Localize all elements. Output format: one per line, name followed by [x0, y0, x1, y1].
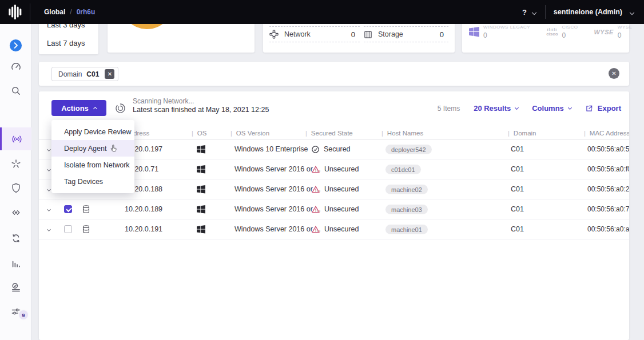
storage-icon: [364, 30, 372, 39]
column-header-domain[interactable]: Domain: [508, 130, 584, 137]
help-button[interactable]: ?: [518, 6, 531, 19]
expand-row-chevron-icon[interactable]: [47, 187, 51, 191]
windows-os-icon: [192, 145, 230, 154]
os-version-cell: Windows 10 Enterprise: [230, 145, 305, 153]
menu-item-label: Deploy Agent: [64, 145, 106, 153]
sidebar-item-sync[interactable]: [0, 227, 31, 250]
host-name-badge: machine01: [385, 225, 428, 234]
expand-row-chevron-icon[interactable]: [47, 227, 51, 231]
sidebar-item-shield[interactable]: [0, 177, 31, 199]
domain-cell: C01: [508, 225, 584, 233]
vendor-value: 0: [618, 31, 633, 39]
menu-item-apply-device-review[interactable]: Apply Device Review: [51, 123, 134, 140]
windows-os-icon: [192, 205, 230, 214]
vendor-wyse: WYSE WYSE 0: [594, 25, 632, 39]
column-header-host-names[interactable]: Host Names: [381, 130, 508, 137]
remove-filter-icon[interactable]: ✕: [105, 69, 114, 79]
chevron-down-icon[interactable]: [532, 10, 536, 15]
secured-state-label: Unsecured: [324, 225, 359, 233]
mac-address-cell: 00:50:56:a0:5d:1: [584, 145, 629, 153]
column-header-os[interactable]: OS: [192, 130, 230, 137]
windows-os-icon: [192, 185, 230, 194]
export-button[interactable]: Export: [585, 104, 621, 113]
sidebar-item-reports[interactable]: [0, 252, 31, 275]
os-version-cell: Windows Server 2016 or ...: [230, 205, 305, 213]
secured-state-cell: Unsecured: [305, 185, 381, 194]
actions-button[interactable]: Actions: [51, 100, 106, 116]
breadcrumb-separator: /: [70, 8, 71, 16]
table-row[interactable]: 10.20.0.189 Windows Server 2016 or ...: [39, 199, 629, 219]
divider: [30, 3, 30, 21]
vendor-cisco: ılıılı cisco CISCO 0: [546, 25, 578, 39]
os-version-cell: Windows Server 2016 or ...: [230, 185, 305, 193]
sidebar-item-network-ranger[interactable]: [0, 127, 31, 150]
row-checkbox[interactable]: [64, 225, 72, 233]
menu-item-label: Isolate from Network: [64, 161, 130, 169]
expand-sidebar-button[interactable]: [0, 34, 31, 57]
os-version-cell: Windows Server 2016 or ...: [230, 225, 305, 233]
menu-item-tag-devices[interactable]: Tag Devices: [51, 173, 134, 190]
columns-dropdown[interactable]: Columns: [532, 104, 571, 113]
breadcrumb-scope-global[interactable]: Global: [44, 8, 65, 16]
host-names-cell: deployer542: [381, 144, 508, 155]
vendor-label: CISCO: [562, 25, 578, 30]
host-names-cell: c01dc01: [381, 164, 508, 175]
secured-state-cell: Unsecured: [305, 205, 381, 214]
sidebar-item-activity[interactable]: [0, 276, 31, 299]
sidebar-item-dashboard[interactable]: [0, 55, 31, 78]
host-name-badge: machine02: [385, 185, 428, 194]
account-menu[interactable]: sentinelone (Admin): [554, 8, 622, 16]
table-toolbar-right: 5 Items 20 Results Columns Export: [438, 104, 621, 113]
export-icon: [585, 105, 593, 113]
secured-state-cell: Unsecured: [305, 225, 381, 234]
sentinelone-brand-icon[interactable]: [8, 5, 22, 19]
mac-address-cell: 00:50:56:a0:7e:1: [584, 205, 629, 213]
table-row[interactable]: 10.20.0.191 Windows Server 2016 or ...: [39, 219, 629, 239]
expand-row-chevron-icon[interactable]: [47, 207, 51, 211]
vendor-label: WYSE: [618, 25, 633, 30]
scan-detail: Latest scan finished at May 18, 2021 12:…: [133, 106, 269, 114]
time-option-last-7-days[interactable]: Last 7 days: [47, 39, 85, 47]
clear-all-filters-icon[interactable]: ✕: [609, 68, 619, 79]
cursor-pointer-icon: [110, 145, 118, 153]
stat-network: Network 0: [269, 26, 360, 42]
results-per-page-dropdown[interactable]: 20 Results: [474, 104, 518, 113]
domain-cell: C01: [508, 205, 584, 213]
host-names-cell: machine01: [381, 224, 508, 235]
device-icon: [82, 225, 103, 234]
column-header-mac-address[interactable]: MAC Address: [584, 130, 629, 137]
expand-row-chevron-icon[interactable]: [47, 147, 51, 151]
secured-state-label: Unsecured: [324, 185, 359, 193]
column-header-secured-state[interactable]: Secured State: [305, 130, 381, 137]
top-bar-right: ? sentinelone (Admin): [518, 0, 639, 24]
chevron-up-icon: [93, 107, 97, 111]
sidebar: [0, 24, 31, 340]
chevron-down-icon: [568, 106, 572, 110]
sidebar-item-search[interactable]: [0, 79, 31, 102]
ip-address-cell: 10.20.0.191: [103, 225, 192, 233]
chevron-down-icon[interactable]: [630, 10, 634, 15]
vendor-value: 0: [483, 31, 530, 39]
sidebar-item-spark[interactable]: [0, 153, 31, 175]
results-label: 20 Results: [474, 104, 511, 113]
filter-chip-field: Domain: [58, 70, 82, 78]
vendor-windows-legacy: WINDOWS LEGACY 0: [469, 25, 530, 39]
notification-badge[interactable]: 9: [19, 310, 28, 319]
row-checkbox-checked[interactable]: [64, 205, 72, 213]
menu-item-isolate-from-network[interactable]: Isolate from Network: [51, 157, 134, 173]
breadcrumb-site-link[interactable]: 0rh6u: [77, 8, 96, 16]
menu-item-deploy-agent[interactable]: Deploy Agent: [51, 140, 134, 157]
unsecured-icon: [311, 185, 320, 194]
column-header-os-version[interactable]: OS Version: [230, 130, 305, 137]
sidebar-item-tags[interactable]: [0, 201, 31, 224]
network-icon: [269, 30, 279, 39]
menu-item-label: Apply Device Review: [64, 128, 131, 136]
domain-cell: C01: [508, 185, 584, 193]
filter-chip-domain[interactable]: Domain C01 ✕: [51, 67, 118, 81]
secured-state-label: Secured: [324, 145, 351, 153]
columns-label: Columns: [532, 104, 564, 113]
ip-address-cell: 10.20.0.189: [103, 205, 192, 213]
expand-row-chevron-icon[interactable]: [47, 167, 51, 171]
host-name-badge: machine03: [385, 205, 428, 214]
stat-label: Storage: [378, 30, 403, 38]
